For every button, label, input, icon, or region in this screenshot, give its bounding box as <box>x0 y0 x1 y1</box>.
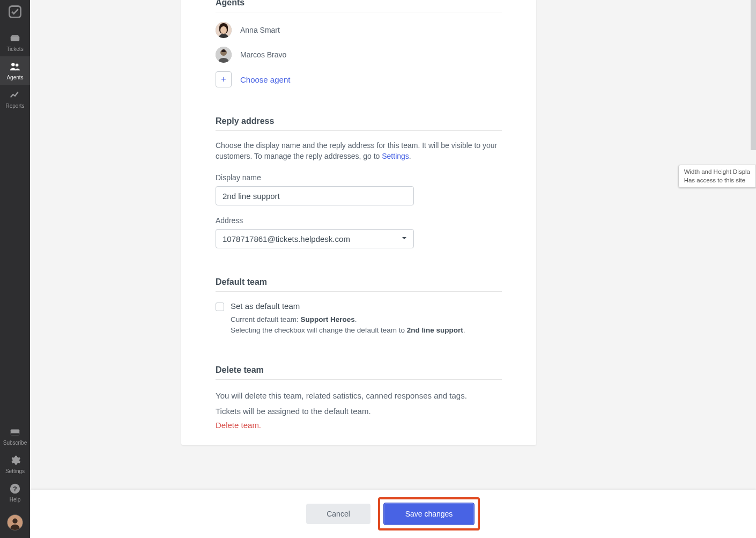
extension-tooltip: Width and Height Displa Has access to th… <box>678 165 756 188</box>
checkbox-label: Set as default team <box>231 301 300 311</box>
sidebar-item-help[interactable]: ? Help <box>0 478 30 507</box>
agent-name: Anna Smart <box>240 26 280 34</box>
choose-agent-row: + Choose agent <box>216 71 502 87</box>
svg-rect-6 <box>11 433 20 436</box>
footer-bar: Cancel Save changes <box>30 490 756 538</box>
svg-point-10 <box>12 519 17 524</box>
cancel-button[interactable]: Cancel <box>306 504 370 524</box>
sidebar-item-settings[interactable]: Settings <box>0 450 30 478</box>
help-icon: ? <box>9 483 21 495</box>
sidebar-item-label: Reports <box>5 103 24 109</box>
sidebar-item-label: Subscribe <box>3 440 27 446</box>
address-select[interactable] <box>216 229 414 248</box>
gear-icon <box>9 454 21 466</box>
current-user-avatar[interactable] <box>7 514 23 530</box>
divider <box>216 12 502 12</box>
agent-name: Marcos Bravo <box>240 50 286 59</box>
delete-team-link[interactable]: Delete team. <box>216 421 261 430</box>
delete-team-section: Delete team You will delete this team, r… <box>181 365 536 431</box>
display-name-input[interactable] <box>216 186 414 205</box>
section-title: Delete team <box>216 365 502 375</box>
sidebar-item-subscribe[interactable]: Subscribe <box>0 422 30 450</box>
agent-avatar <box>216 22 232 38</box>
divider <box>216 379 502 380</box>
sidebar-item-label: Tickets <box>6 46 23 52</box>
svg-point-13 <box>220 26 227 34</box>
sidebar: Tickets Agents Reports Subscribe Setting… <box>0 0 30 538</box>
default-team-checkbox[interactable] <box>216 303 224 311</box>
delete-team-text2: Tickets will be assigned to the default … <box>216 405 502 417</box>
default-team-checkbox-row: Set as default team <box>216 301 502 311</box>
address-select-value[interactable] <box>216 229 414 248</box>
default-team-section: Default team Set as default team Current… <box>181 277 536 336</box>
help-text: Choose the display name and the reply ad… <box>216 141 502 161</box>
agents-icon <box>9 61 21 72</box>
sidebar-item-tickets[interactable]: Tickets <box>0 28 30 56</box>
svg-point-4 <box>16 64 18 67</box>
reply-address-section: Reply address Choose the display name an… <box>181 116 536 248</box>
divider <box>216 130 502 131</box>
reports-icon <box>9 89 21 101</box>
agent-row: Marcos Bravo <box>216 47 502 63</box>
team-settings-panel: Agents Anna Smart Marcos Bravo + Choose … <box>181 0 536 445</box>
sidebar-item-reports[interactable]: Reports <box>0 85 30 113</box>
svg-text:?: ? <box>13 485 17 493</box>
scrollbar[interactable] <box>751 0 756 150</box>
svg-rect-1 <box>11 36 20 41</box>
sidebar-item-label: Agents <box>6 75 23 80</box>
agents-section: Agents Anna Smart Marcos Bravo + Choose … <box>181 0 536 87</box>
subscribe-icon <box>9 426 21 438</box>
divider <box>216 291 502 292</box>
field-label: Display name <box>216 173 502 182</box>
settings-link[interactable]: Settings <box>382 152 409 160</box>
tickets-icon <box>9 32 21 44</box>
section-title: Default team <box>216 277 502 287</box>
add-agent-button[interactable]: + <box>216 71 232 87</box>
section-title: Reply address <box>216 116 502 126</box>
sidebar-item-label: Settings <box>5 468 25 474</box>
agent-row: Anna Smart <box>216 22 502 38</box>
choose-agent-link[interactable]: Choose agent <box>240 75 290 84</box>
section-title: Agents <box>216 0 502 8</box>
delete-team-text: You will delete this team, related satis… <box>216 389 502 402</box>
svg-point-3 <box>11 63 14 66</box>
sidebar-item-label: Help <box>10 497 21 503</box>
app-logo-icon <box>8 4 23 19</box>
page: Agents Anna Smart Marcos Bravo + Choose … <box>30 0 756 538</box>
agent-avatar <box>216 47 232 63</box>
save-button-highlight: Save changes <box>378 497 480 530</box>
svg-rect-2 <box>12 35 19 36</box>
default-team-subtext: Current default team: Support Heroes. Se… <box>231 314 502 336</box>
sidebar-item-agents[interactable]: Agents <box>0 56 30 85</box>
field-label: Address <box>216 216 502 225</box>
save-button[interactable]: Save changes <box>383 503 475 525</box>
